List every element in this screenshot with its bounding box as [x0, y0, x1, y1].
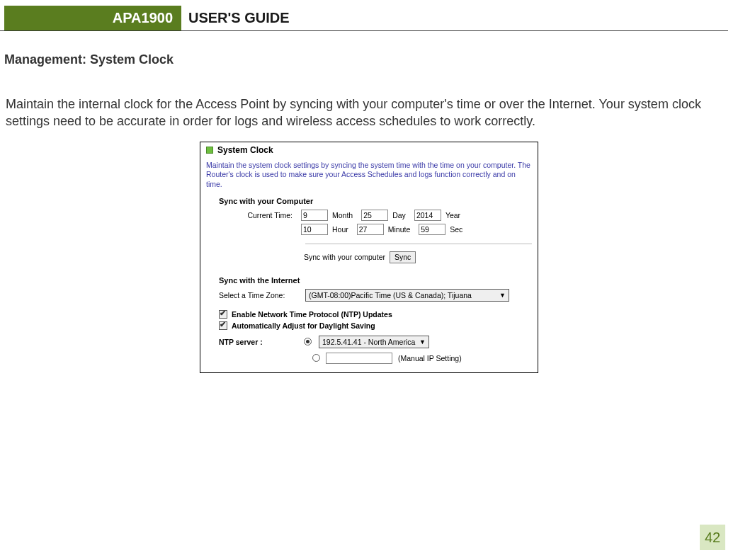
page-number: 42 [700, 525, 725, 550]
chevron-down-icon: ▼ [419, 338, 426, 345]
current-time-row-2: Hour Minute Sec [219, 224, 532, 235]
chevron-down-icon: ▼ [499, 292, 506, 299]
manual-ip-input[interactable] [326, 353, 392, 364]
timezone-row: Select a Time Zone: (GMT-08:00)Pacific T… [219, 289, 532, 302]
dst-row: Automatically Adjust for Daylight Saving [219, 321, 532, 330]
ntp-enable-checkbox[interactable] [219, 310, 227, 319]
sync-internet-heading: Sync with the Internet [219, 276, 532, 285]
month-unit: Month [332, 211, 353, 219]
square-icon [206, 147, 213, 154]
minute-unit: Minute [388, 225, 411, 234]
manual-ip-label: (Manual IP Setting) [398, 354, 462, 362]
dst-label: Automatically Adjust for Daylight Saving [232, 321, 375, 330]
year-input[interactable] [414, 210, 441, 221]
sec-unit: Sec [450, 225, 462, 234]
product-badge: APA1900 [4, 6, 181, 30]
panel-title-row: System Clock [206, 145, 532, 155]
ntp-server-value: 192.5.41.41 - North America [322, 338, 415, 346]
section-heading: Management: System Clock [4, 52, 738, 67]
hour-input[interactable] [301, 224, 328, 235]
panel-description: Maintain the system clock settings by sy… [206, 161, 532, 190]
current-time-label: Current Time: [219, 211, 297, 219]
manual-ip-row: (Manual IP Setting) [312, 353, 532, 364]
body-paragraph: Maintain the internal clock for the Acce… [6, 96, 728, 130]
hour-unit: Hour [332, 225, 348, 234]
day-input[interactable] [361, 210, 388, 221]
panel-title: System Clock [217, 145, 273, 155]
day-unit: Day [392, 211, 406, 219]
ntp-server-radio-preset[interactable] [304, 338, 312, 345]
system-clock-panel: System Clock Maintain the system clock s… [200, 142, 538, 373]
sync-button-row: Sync with your computer Sync [304, 251, 532, 263]
timezone-label: Select a Time Zone: [219, 291, 297, 299]
dst-checkbox[interactable] [219, 321, 227, 330]
current-time-row-1: Current Time: Month Day Year [219, 210, 532, 221]
divider [305, 244, 532, 244]
ntp-enable-label: Enable Network Time Protocol (NTP) Updat… [232, 310, 392, 319]
sec-input[interactable] [419, 224, 445, 235]
screenshot-panel-wrap: System Clock Maintain the system clock s… [0, 142, 738, 373]
year-unit: Year [445, 211, 460, 219]
timezone-value: (GMT-08:00)Pacific Time (US & Canada); T… [309, 291, 472, 299]
guide-title: USER'S GUIDE [181, 6, 290, 30]
ntp-server-radio-manual[interactable] [312, 354, 320, 362]
sync-button[interactable]: Sync [390, 251, 416, 263]
ntp-server-select[interactable]: 192.5.41.41 - North America ▼ [319, 336, 429, 348]
timezone-select[interactable]: (GMT-08:00)Pacific Time (US & Canada); T… [305, 289, 509, 302]
sync-inline-label: Sync with your computer [304, 253, 385, 261]
minute-input[interactable] [357, 224, 384, 235]
sync-computer-heading: Sync with your Computer [219, 197, 532, 205]
month-input[interactable] [301, 210, 328, 221]
doc-header: APA1900 USER'S GUIDE [0, 6, 728, 31]
ntp-server-label: NTP server : [219, 338, 297, 346]
ntp-server-row: NTP server : 192.5.41.41 - North America… [219, 336, 532, 348]
ntp-enable-row: Enable Network Time Protocol (NTP) Updat… [219, 310, 532, 319]
